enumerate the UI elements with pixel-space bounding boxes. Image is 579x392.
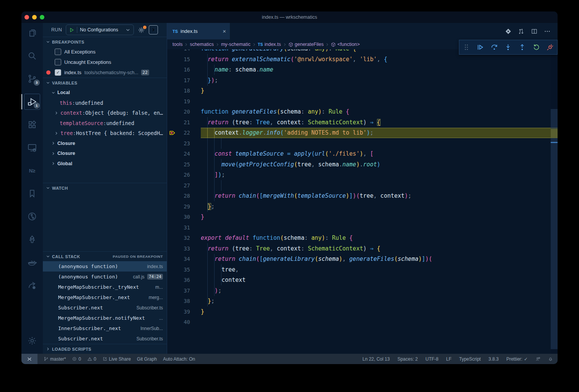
status-cursor-position[interactable]: Ln 22, Col 13 — [363, 356, 390, 362]
code-editor[interactable]: 14function generateLibrary(schema: any):… — [167, 49, 558, 354]
breakpoint-label: index.ts — [64, 70, 81, 75]
variables-header[interactable]: VARIABLES — [43, 78, 167, 88]
status-notifications[interactable] — [548, 356, 553, 361]
status-auto-attach[interactable]: Auto Attach: On — [163, 356, 195, 362]
activity-extensions[interactable] — [21, 115, 43, 135]
breakpoint-checkbox[interactable] — [55, 59, 61, 65]
variable-row[interactable]: Closure — [43, 148, 167, 159]
line-number: 30 — [177, 214, 190, 220]
breakpoint-item[interactable]: All Exceptions — [43, 47, 167, 57]
launch-config-dropdown[interactable]: No Configurations — [66, 24, 134, 35]
split-editor-icon[interactable] — [531, 28, 538, 35]
variable-row[interactable]: context: Object {debug: false, en… — [43, 108, 167, 118]
stack-frame[interactable]: MergeMapSubscriber._tryNextm... — [43, 282, 167, 292]
activity-source-control[interactable]: 3 — [21, 69, 43, 89]
breadcrumb-item[interactable]: tools — [172, 42, 182, 47]
overview-current-line-marker — [551, 129, 558, 138]
activity-search[interactable] — [21, 46, 43, 66]
variable-row[interactable]: Global — [43, 159, 167, 169]
breadcrumb-item[interactable]: generateFiles — [288, 42, 324, 47]
status-git-graph[interactable]: Git Graph — [137, 356, 157, 362]
variable-row[interactable]: templateSource: undefined — [43, 118, 167, 128]
stack-frame[interactable]: MergeMapSubscriber.notifyNext... — [43, 313, 167, 323]
breakpoint-item[interactable]: Uncaught Exceptions — [43, 57, 167, 67]
activity-nx-console[interactable]: N≥ — [21, 161, 43, 181]
more-actions-icon[interactable] — [544, 28, 551, 35]
stack-frame[interactable]: (anonymous function)call.js74:24 — [43, 272, 167, 282]
variable-row[interactable]: this: undefined — [43, 98, 167, 108]
status-language-mode[interactable]: TypeScript — [459, 356, 481, 362]
breakpoint-item[interactable]: ✓index.tstools/schematics/my-sch...22 — [43, 67, 167, 78]
title-bar[interactable]: index.ts — wrkschematics — [21, 11, 558, 23]
activity-docker[interactable] — [21, 252, 43, 272]
scrollbar-thumb[interactable] — [551, 109, 558, 349]
breakpoints-header[interactable]: BREAKPOINTS — [43, 37, 167, 47]
restart-icon[interactable] — [532, 43, 540, 51]
step-out-icon[interactable] — [518, 43, 526, 51]
editor-group: TS index.ts × toolsschematicsmy-schemati… — [167, 23, 558, 354]
breakpoint-checkbox[interactable] — [55, 49, 61, 55]
breadcrumb-item[interactable]: TSindex.ts — [258, 42, 281, 47]
stack-frame[interactable]: InnerSubscriber._nextInnerSub... — [43, 323, 167, 333]
run-diamond-icon[interactable] — [505, 28, 512, 35]
status-warnings[interactable]: 0 — [87, 356, 96, 362]
close-tab-icon[interactable]: × — [223, 28, 226, 34]
variable-row[interactable]: Closure — [43, 138, 167, 149]
breadcrumb-label: index.ts — [264, 42, 281, 47]
activity-test-explorer[interactable] — [21, 229, 43, 249]
status-label: master* — [50, 356, 66, 362]
stack-frame[interactable]: MergeMapSubscriber._nextmerg... — [43, 292, 167, 303]
status-errors[interactable]: 0 — [72, 356, 81, 362]
remote-indicator[interactable] — [21, 354, 37, 364]
status-ts-version[interactable]: 3.8.3 — [488, 356, 499, 362]
line-number: 23 — [177, 140, 190, 146]
call-stack-header[interactable]: CALL STACK PAUSED ON BREAKPOINT — [43, 251, 167, 261]
loaded-scripts-header[interactable]: LOADED SCRIPTS — [43, 344, 167, 354]
breadcrumb-item[interactable]: <function> — [331, 42, 359, 47]
activity-remote-explorer[interactable] — [21, 138, 43, 158]
activity-live-share[interactable] — [21, 275, 43, 295]
tab-index-ts[interactable]: TS index.ts × — [167, 23, 230, 39]
line-number: 38 — [177, 298, 190, 304]
activity-explorer[interactable] — [21, 23, 43, 43]
drag-handle-icon[interactable] — [462, 43, 470, 51]
scrollbar[interactable] — [551, 49, 558, 354]
activity-git-graph[interactable] — [21, 207, 43, 226]
disconnect-icon[interactable] — [546, 43, 554, 51]
status-encoding[interactable]: UTF-8 — [426, 356, 439, 362]
variable-value: undefined — [106, 120, 134, 126]
status-branch[interactable]: master* — [44, 356, 66, 362]
breadcrumb-item[interactable]: schematics — [190, 42, 214, 47]
line-number: 29 — [177, 203, 190, 210]
breakpoint-checkbox[interactable]: ✓ — [55, 69, 61, 76]
stack-frame[interactable]: Subscriber.nextSubscriber.ts — [43, 303, 167, 313]
variable-row[interactable]: tree: HostTree {_backend: ScopedH… — [43, 128, 167, 138]
paused-breakpoint-icon[interactable] — [167, 130, 177, 136]
status-prettier[interactable]: Prettier:✓ — [506, 356, 528, 362]
activity-bookmarks[interactable] — [21, 184, 43, 203]
line-number: 14 — [177, 49, 190, 52]
watch-header[interactable]: WATCH — [43, 183, 167, 193]
continue-icon[interactable] — [476, 43, 484, 51]
status-feedback[interactable] — [535, 356, 540, 361]
svg-text:N≥: N≥ — [29, 168, 36, 174]
status-eol[interactable]: LF — [446, 356, 452, 362]
code-text: } — [201, 306, 558, 317]
compare-changes-icon[interactable] — [518, 28, 525, 35]
step-over-icon[interactable] — [490, 43, 498, 51]
stack-frame[interactable]: (anonymous function)index.ts — [43, 261, 167, 272]
start-debug-icon[interactable] — [69, 28, 74, 33]
code-text: const templateSource = apply(url('./file… — [201, 149, 558, 159]
breadcrumb-item[interactable]: my-schematic — [221, 42, 250, 47]
stack-frame[interactable]: Subscriber.nextSubscriber.ts — [43, 333, 167, 344]
open-debug-console-button[interactable] — [149, 25, 158, 34]
activity-manage[interactable] — [21, 331, 43, 351]
configure-gear-button[interactable] — [138, 26, 145, 34]
status-label: LF — [446, 356, 452, 362]
activity-run-and-debug[interactable]: 1 — [21, 92, 43, 112]
status-indentation[interactable]: Spaces: 2 — [397, 356, 418, 362]
step-into-icon[interactable] — [504, 43, 512, 51]
indent-guide — [201, 138, 221, 149]
status-live-share[interactable]: Live Share — [102, 356, 131, 362]
variable-row[interactable]: Local — [43, 88, 167, 98]
